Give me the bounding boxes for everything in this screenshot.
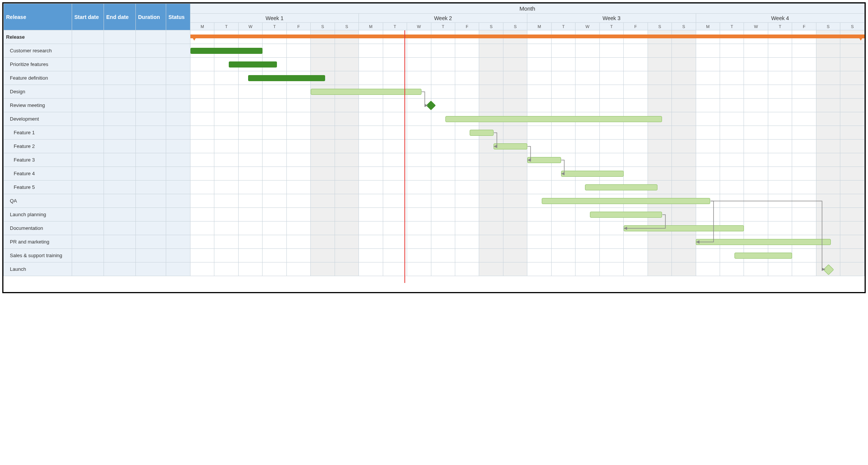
meta-cell[interactable] xyxy=(72,99,104,112)
meta-cell[interactable] xyxy=(72,85,104,99)
task-name-cell[interactable]: Release xyxy=(4,30,72,44)
meta-cell[interactable] xyxy=(166,112,190,126)
task-name-cell[interactable]: Feature 2 xyxy=(4,140,72,153)
meta-cell[interactable] xyxy=(166,153,190,167)
meta-cell[interactable] xyxy=(72,167,104,181)
gantt-day-cell xyxy=(190,153,214,167)
meta-cell[interactable] xyxy=(136,235,166,249)
meta-cell[interactable] xyxy=(166,208,190,222)
task-name-cell[interactable]: Feature 3 xyxy=(4,153,72,167)
meta-cell[interactable] xyxy=(72,194,104,208)
meta-cell[interactable] xyxy=(166,181,190,194)
task-name-cell[interactable]: Review meeting xyxy=(4,99,72,112)
task-name-cell[interactable]: Development xyxy=(4,112,72,126)
meta-cell[interactable] xyxy=(166,167,190,181)
meta-cell[interactable] xyxy=(136,126,166,140)
meta-cell[interactable] xyxy=(104,194,136,208)
task-name-cell[interactable]: Feature definition xyxy=(4,71,72,85)
meta-cell[interactable] xyxy=(104,235,136,249)
meta-cell[interactable] xyxy=(72,58,104,71)
meta-cell[interactable] xyxy=(72,181,104,194)
gantt-day-cell xyxy=(720,58,744,71)
meta-cell[interactable] xyxy=(104,30,136,44)
gantt-day-cell xyxy=(190,126,214,140)
meta-cell[interactable] xyxy=(104,140,136,153)
task-name-cell[interactable]: Launch planning xyxy=(4,208,72,222)
meta-cell[interactable] xyxy=(136,85,166,99)
meta-cell[interactable] xyxy=(72,153,104,167)
meta-cell[interactable] xyxy=(72,44,104,58)
meta-cell[interactable] xyxy=(72,71,104,85)
meta-cell[interactable] xyxy=(136,153,166,167)
task-name-cell[interactable]: Feature 5 xyxy=(4,181,72,194)
meta-cell[interactable] xyxy=(104,44,136,58)
task-name-cell[interactable]: Prioritize features xyxy=(4,58,72,71)
meta-cell[interactable] xyxy=(72,222,104,235)
meta-cell[interactable] xyxy=(136,249,166,262)
meta-cell[interactable] xyxy=(104,153,136,167)
gantt-day-cell xyxy=(672,153,696,167)
meta-cell[interactable] xyxy=(136,112,166,126)
meta-cell[interactable] xyxy=(136,71,166,85)
meta-cell[interactable] xyxy=(166,235,190,249)
meta-cell[interactable] xyxy=(166,58,190,71)
meta-cell[interactable] xyxy=(166,30,190,44)
meta-cell[interactable] xyxy=(166,99,190,112)
meta-cell[interactable] xyxy=(166,140,190,153)
meta-cell[interactable] xyxy=(166,126,190,140)
meta-cell[interactable] xyxy=(166,85,190,99)
gantt-day-cell xyxy=(503,112,527,126)
meta-cell[interactable] xyxy=(104,249,136,262)
meta-cell[interactable] xyxy=(166,222,190,235)
gantt-row: Feature 5 xyxy=(4,181,865,194)
meta-cell[interactable] xyxy=(136,44,166,58)
gantt-day-cell xyxy=(479,58,503,71)
meta-cell[interactable] xyxy=(104,85,136,99)
task-name-cell[interactable]: Feature 1 xyxy=(4,126,72,140)
gantt-day-cell xyxy=(238,194,262,208)
meta-cell[interactable] xyxy=(104,262,136,276)
meta-cell[interactable] xyxy=(136,222,166,235)
meta-cell[interactable] xyxy=(104,112,136,126)
meta-cell[interactable] xyxy=(104,167,136,181)
task-name-cell[interactable]: QA xyxy=(4,194,72,208)
meta-cell[interactable] xyxy=(136,208,166,222)
task-name-cell[interactable]: Feature 4 xyxy=(4,167,72,181)
task-name-cell[interactable]: Design xyxy=(4,85,72,99)
meta-cell[interactable] xyxy=(72,30,104,44)
meta-cell[interactable] xyxy=(104,208,136,222)
meta-cell[interactable] xyxy=(72,249,104,262)
meta-cell[interactable] xyxy=(136,58,166,71)
meta-cell[interactable] xyxy=(136,99,166,112)
meta-cell[interactable] xyxy=(166,71,190,85)
meta-cell[interactable] xyxy=(166,262,190,276)
meta-cell[interactable] xyxy=(166,194,190,208)
task-name-cell[interactable]: Sales & support training xyxy=(4,249,72,262)
meta-cell[interactable] xyxy=(166,44,190,58)
meta-cell[interactable] xyxy=(72,235,104,249)
task-name-cell[interactable]: Customer research xyxy=(4,44,72,58)
meta-cell[interactable] xyxy=(72,126,104,140)
meta-cell[interactable] xyxy=(136,262,166,276)
meta-cell[interactable] xyxy=(72,140,104,153)
meta-cell[interactable] xyxy=(104,99,136,112)
meta-cell[interactable] xyxy=(104,181,136,194)
meta-cell[interactable] xyxy=(136,181,166,194)
meta-cell[interactable] xyxy=(104,126,136,140)
meta-cell[interactable] xyxy=(136,140,166,153)
task-name-cell[interactable]: PR and marketing xyxy=(4,235,72,249)
meta-cell[interactable] xyxy=(136,30,166,44)
meta-cell[interactable] xyxy=(104,58,136,71)
meta-cell[interactable] xyxy=(104,222,136,235)
task-name-cell[interactable]: Launch xyxy=(4,262,72,276)
gantt-day-cell xyxy=(214,85,238,99)
meta-cell[interactable] xyxy=(104,71,136,85)
meta-cell[interactable] xyxy=(136,167,166,181)
meta-cell[interactable] xyxy=(72,208,104,222)
gantt-day-cell xyxy=(696,44,720,58)
meta-cell[interactable] xyxy=(72,112,104,126)
task-name-cell[interactable]: Documentation xyxy=(4,222,72,235)
meta-cell[interactable] xyxy=(72,262,104,276)
meta-cell[interactable] xyxy=(136,194,166,208)
meta-cell[interactable] xyxy=(166,249,190,262)
